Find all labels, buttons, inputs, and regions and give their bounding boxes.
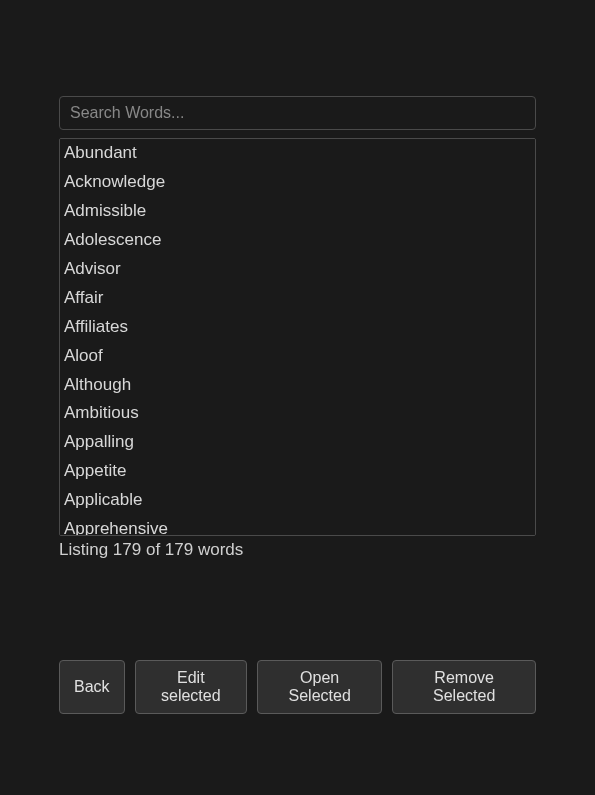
back-button[interactable]: Back [59,660,125,714]
list-item[interactable]: Abundant [60,139,535,168]
list-item[interactable]: Admissible [60,197,535,226]
search-input[interactable] [59,96,536,130]
list-item[interactable]: Applicable [60,486,535,515]
list-item[interactable]: Apprehensive [60,515,535,536]
edit-selected-button[interactable]: Edit selected [135,660,247,714]
button-row: Back Edit selected Open Selected Remove … [59,660,536,714]
status-text: Listing 179 of 179 words [59,540,536,560]
word-list[interactable]: AbundantAcknowledgeAdmissibleAdolescence… [59,138,536,536]
list-item[interactable]: Ambitious [60,399,535,428]
list-item[interactable]: Adolescence [60,226,535,255]
list-item[interactable]: Appalling [60,428,535,457]
list-item[interactable]: Acknowledge [60,168,535,197]
open-selected-button[interactable]: Open Selected [257,660,382,714]
main-panel: AbundantAcknowledgeAdmissibleAdolescence… [0,0,595,714]
remove-selected-button[interactable]: Remove Selected [392,660,536,714]
list-item[interactable]: Advisor [60,255,535,284]
list-item[interactable]: Affair [60,284,535,313]
list-item[interactable]: Affiliates [60,313,535,342]
list-item[interactable]: Although [60,371,535,400]
list-item[interactable]: Aloof [60,342,535,371]
list-item[interactable]: Appetite [60,457,535,486]
